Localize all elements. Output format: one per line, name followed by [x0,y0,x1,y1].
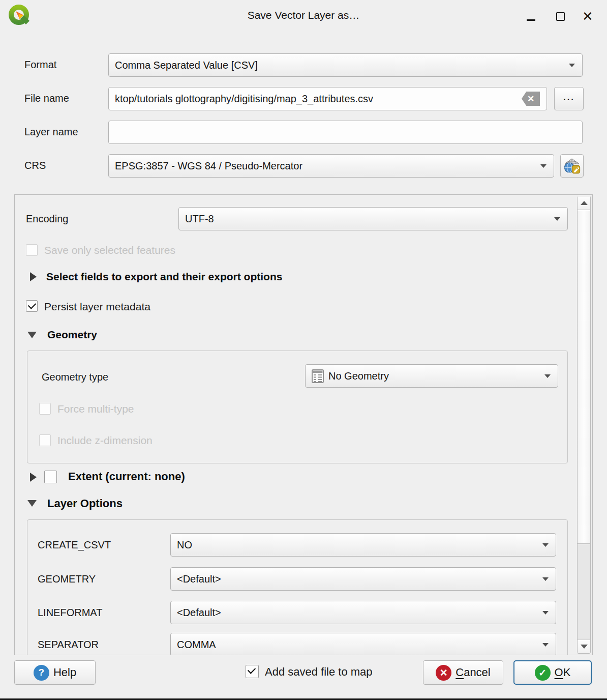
separator-combobox[interactable]: COMMA [170,633,556,655]
geometry-type-label: Geometry type [42,371,108,383]
select-crs-button[interactable] [560,154,584,178]
save-only-selected-label: Save only selected features [44,244,175,256]
crs-label: CRS [24,160,46,171]
minimize-button[interactable] [520,0,542,33]
minimize-icon [527,19,535,21]
collapse-arrow-icon[interactable] [30,272,37,281]
layer-name-input[interactable] [108,121,583,144]
save-vector-layer-dialog: Save Vector Layer as… ✕ Format Comma Sep… [0,0,607,700]
include-z-label: Include z-dimension [57,434,153,447]
help-button[interactable]: ? Help [14,660,96,685]
geometry-section-header[interactable]: Geometry [47,329,97,341]
format-combobox[interactable]: Comma Separated Value [CSV] [108,53,583,77]
scrollbar-groove[interactable] [578,544,590,639]
attribute-table-icon [312,369,324,383]
option-row-label: LINEFORMAT [38,607,102,619]
chevron-down-icon [544,374,551,378]
scroll-down-button[interactable] [578,639,590,653]
force-multi-type-label: Force multi-type [57,403,134,415]
crs-combobox[interactable]: EPSG:3857 - WGS 84 / Pseudo-Mercator [108,154,554,178]
geometry-type-value: No Geometry [328,370,389,382]
extent-section-header[interactable]: Extent (current: none) [68,470,185,483]
scrollbar-thumb[interactable] [578,211,590,544]
format-label: Format [24,59,56,71]
persist-metadata-checkbox[interactable] [26,300,38,312]
cancel-button[interactable]: ✕ Cancel [423,660,503,685]
create-csvt-combobox[interactable]: NO [170,533,556,557]
ok-icon: ✓ [535,665,551,681]
option-row-value: <Default> [177,607,221,619]
help-button-label: Help [53,666,76,679]
chevron-down-icon [542,611,549,615]
chevron-down-icon [540,164,547,168]
close-button[interactable]: ✕ [576,0,599,33]
title-bar: Save Vector Layer as… ✕ [0,0,607,33]
extent-checkbox[interactable] [44,471,57,483]
expand-arrow-icon[interactable] [27,332,37,338]
expand-arrow-icon[interactable] [27,500,37,507]
ok-button-label: OK [555,666,571,679]
option-row-label: GEOMETRY [38,573,96,585]
options-scroll-area: Encoding UTF-8 Save only selected featur… [14,194,593,655]
browse-button[interactable]: … [554,87,584,110]
chevron-down-icon [542,643,549,647]
option-row-label: SEPARATOR [38,639,99,651]
layer-name-label: Layer name [24,126,78,138]
crs-value: EPSG:3857 - WGS 84 / Pseudo-Mercator [115,160,302,172]
crs-globe-icon [563,157,581,175]
geometry-groupbox: Geometry type No Geometry Force multi-ty… [27,351,568,463]
select-fields-section-header[interactable]: Select fields to export and their export… [46,271,282,283]
close-icon: ✕ [582,10,593,23]
layer-options-section-header[interactable]: Layer Options [47,497,123,510]
add-saved-file-label[interactable]: Add saved file to map [265,665,373,679]
chevron-down-icon [542,543,549,547]
geometry-type-combobox[interactable]: No Geometry [305,364,558,388]
encoding-value: UTF-8 [185,213,214,225]
maximize-icon [556,12,565,21]
file-name-input[interactable] [108,87,547,110]
file-name-label: File name [24,93,69,104]
chevron-down-icon [569,64,575,67]
scroll-down-icon [581,645,588,649]
include-z-checkbox [39,434,51,446]
help-icon: ? [34,665,49,681]
scroll-up-button[interactable] [578,196,590,210]
force-multi-type-checkbox [39,403,51,415]
scroll-up-icon [581,201,588,205]
cancel-button-label: Cancel [456,666,490,679]
ok-button[interactable]: ✓ OK [513,660,592,685]
maximize-button[interactable] [549,0,571,33]
save-only-selected-checkbox [26,244,38,256]
vertical-scrollbar[interactable] [577,196,591,654]
chevron-down-icon [542,577,549,581]
option-row-label: CREATE_CSVT [38,539,111,551]
collapse-arrow-icon[interactable] [30,473,37,482]
layer-options-groupbox: CREATE_CSVT NO GEOMETRY <Default> LINEFO… [27,519,568,655]
option-row-value: COMMA [177,639,216,651]
option-row-value: <Default> [177,573,221,585]
option-row-value: NO [177,539,192,551]
add-saved-file-checkbox[interactable] [246,665,259,678]
format-value: Comma Separated Value [CSV] [115,60,258,71]
encoding-combobox[interactable]: UTF-8 [178,207,568,230]
persist-metadata-label[interactable]: Persist layer metadata [44,301,150,313]
lineformat-combobox[interactable]: <Default> [170,601,556,624]
window-title: Save Vector Layer as… [0,9,607,21]
cancel-icon: ✕ [436,665,451,681]
encoding-label: Encoding [26,213,68,225]
geometry-option-combobox[interactable]: <Default> [170,567,556,591]
browse-button-label: … [562,89,575,103]
chevron-down-icon [554,217,560,221]
